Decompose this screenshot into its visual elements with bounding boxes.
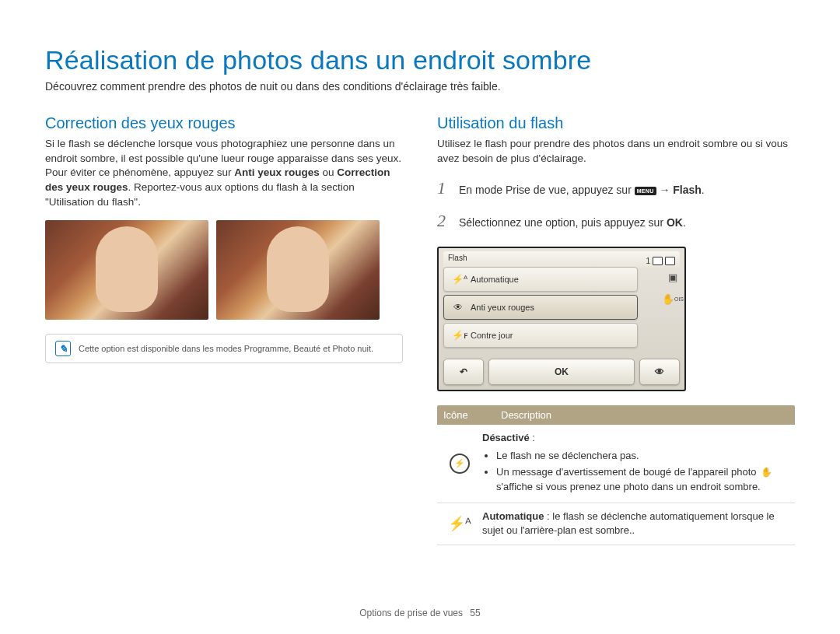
camera-lcd: Flash 1 ⚡ᴬ Automatique 👁 (437, 247, 686, 391)
step-2-text: Sélectionnez une option, puis appuyez su… (459, 216, 686, 229)
lcd-row-auto[interactable]: ⚡ᴬ Automatique (443, 267, 638, 292)
step-1-number: 1 (437, 178, 451, 198)
step2-after: . (683, 216, 686, 229)
lcd-side-icons: ▣ ✋OIS (666, 270, 680, 306)
columns: Correction des yeux rouges Si le flash s… (45, 114, 795, 545)
note-box: ✎ Cette option est disponible dans les m… (45, 334, 403, 363)
table-row-off: ⚡ Désactivé : Le flash ne se déclenchera… (437, 425, 795, 503)
lcd-row-redeye[interactable]: 👁 Anti yeux rouges (443, 295, 638, 320)
lcd-header-right: 1 (646, 254, 675, 268)
table-row-auto: ⚡ᴬ Automatique : le flash se déclenche a… (437, 503, 795, 546)
lcd-row-fill[interactable]: ⚡ꜰ Contre jour (443, 323, 638, 348)
heading-red-eye: Correction des yeux rouges (45, 114, 403, 132)
step1-arrow: → (656, 184, 674, 196)
flash-options-table: Icône Description ⚡ Désactivé : Le flash… (437, 405, 795, 545)
lcd-list: ⚡ᴬ Automatique 👁 Anti yeux rouges ⚡ꜰ Con… (443, 267, 638, 351)
eye-button-icon: 👁 (655, 366, 664, 377)
footer-page-number: 55 (470, 608, 480, 618)
th-desc: Description (495, 405, 795, 425)
page-footer: Options de prise de vues 55 (0, 608, 840, 618)
step-2-number: 2 (437, 211, 451, 231)
eye-icon: 👁 (452, 302, 464, 313)
footer-section: Options de prise de vues (359, 608, 463, 618)
para-red-eye: Si le flash se déclenche lorsque vous ph… (45, 137, 403, 209)
row-off-bullet1: Le flash ne se déclenchera pas. (496, 449, 790, 464)
step-1-text: En mode Prise de vue, appuyez sur MENU →… (459, 184, 705, 196)
side-flash-icon: ▣ (666, 270, 680, 284)
row-auto-icon: ⚡ᴬ (437, 510, 482, 539)
eye-button[interactable]: 👁 (639, 359, 680, 385)
para-mid: ou (320, 166, 338, 178)
ok-button[interactable]: OK (488, 359, 635, 385)
row-off-b2-before: Un message d'avertissement de bougé de l… (496, 466, 759, 478)
row-off-title: Désactivé (482, 432, 530, 443)
row-off-colon: : (530, 432, 535, 443)
battery-icon (665, 257, 675, 265)
note-icon: ✎ (55, 341, 71, 356)
lcd-bottom-bar: ↶ OK 👁 (443, 359, 680, 385)
row-off-icon: ⚡ (437, 431, 482, 496)
step1-period: . (702, 184, 705, 196)
step-1: 1 En mode Prise de vue, appuyez sur MENU… (437, 178, 795, 198)
flash-fill-icon: ⚡ꜰ (452, 330, 464, 341)
step-2: 2 Sélectionnez une option, puis appuyez … (437, 211, 795, 231)
step1-before: En mode Prise de vue, appuyez sur (459, 184, 635, 196)
bold-anti-yeux: Anti yeux rouges (234, 166, 320, 178)
note-text: Cette option est disponible dans les mod… (79, 344, 373, 353)
example-photos (45, 220, 403, 320)
col-left: Correction des yeux rouges Si le flash s… (45, 114, 403, 545)
row-auto-title: Automatique (482, 510, 544, 522)
back-button[interactable]: ↶ (443, 359, 484, 385)
page-title: Réalisation de photos dans un endroit so… (45, 45, 795, 75)
row-off-desc: Désactivé : Le flash ne se déclenchera p… (482, 431, 795, 496)
table-header: Icône Description (437, 405, 795, 425)
lcd-row-auto-label: Automatique (471, 275, 519, 284)
page-subtitle: Découvrez comment prendre des photos de … (45, 80, 795, 93)
back-arrow-icon: ↶ (460, 366, 467, 377)
row-off-bullet2: Un message d'avertissement de bougé de l… (496, 465, 790, 495)
lcd-row-fill-label: Contre jour (471, 331, 513, 340)
photo-before (45, 220, 208, 320)
flash-auto-icon: ⚡ᴬ (452, 274, 464, 285)
photo-after (216, 220, 380, 320)
heading-flash: Utilisation du flash (437, 114, 795, 132)
shake-hand-icon: ✋ (759, 466, 774, 479)
para-flash-intro: Utilisez le flash pour prendre des photo… (437, 137, 795, 166)
menu-icon: MENU (635, 187, 656, 195)
row-off-b2-after: s'affiche si vous prenez une photo dans … (496, 481, 761, 492)
lcd-header-title: Flash (448, 254, 467, 268)
sd-icon (653, 257, 663, 265)
ok-button-label: OK (555, 366, 569, 377)
side-hand-icon: ✋OIS (666, 292, 680, 306)
ok-icon: OK (667, 216, 683, 229)
row-auto-desc: Automatique : le flash se déclenche auto… (482, 510, 795, 539)
lcd-header: Flash 1 (443, 251, 680, 268)
lcd-row-redeye-label: Anti yeux rouges (471, 303, 534, 312)
col-right: Utilisation du flash Utilisez le flash p… (437, 114, 795, 545)
step2-before: Sélectionnez une option, puis appuyez su… (459, 216, 667, 229)
page-content: Réalisation de photos dans un endroit so… (0, 0, 840, 545)
step1-bold: Flash (673, 184, 702, 196)
lcd-frame: Flash 1 ⚡ᴬ Automatique 👁 (437, 247, 686, 391)
lcd-header-count: 1 (646, 257, 650, 265)
th-icon: Icône (437, 405, 495, 425)
